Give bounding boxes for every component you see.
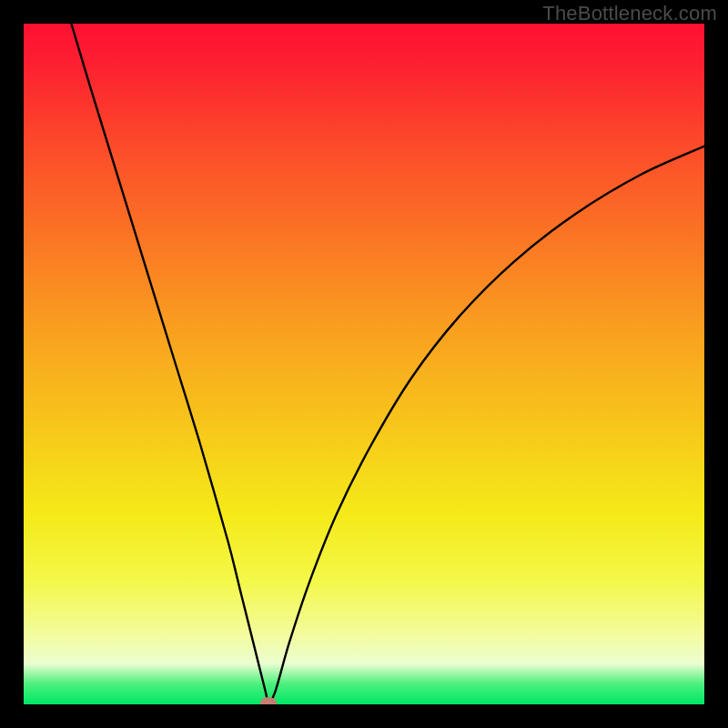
plot-area: [24, 24, 704, 704]
bottleneck-curve: [24, 24, 704, 704]
curve-path: [71, 24, 704, 703]
chart-frame: TheBottleneck.com: [0, 0, 728, 728]
minimum-marker: [260, 697, 277, 704]
watermark-text: TheBottleneck.com: [542, 2, 717, 25]
